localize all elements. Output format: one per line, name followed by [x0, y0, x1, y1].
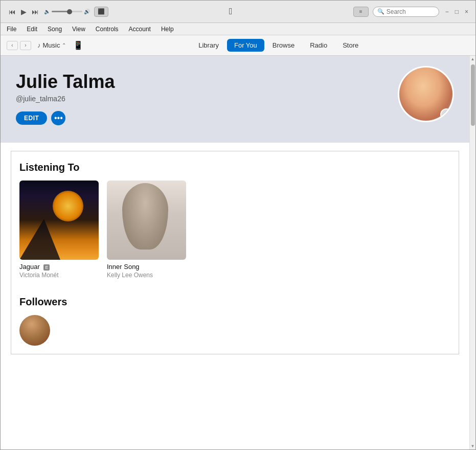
apple-icon:  [229, 6, 233, 17]
menu-file[interactable]: File [5, 25, 18, 34]
fastforward-button[interactable]: ⏭ [31, 7, 40, 17]
profile-header: Julie Talma @julie_talma26 EDIT ••• 🔒 [1, 56, 469, 143]
menu-controls[interactable]: Controls [94, 25, 121, 34]
album-artist-jaguar: Victoria Monét [19, 272, 99, 279]
album-cover-jaguar [19, 181, 99, 260]
source-chevron-icon: ⌃ [62, 42, 66, 48]
volume-slider[interactable]: 🔈 🔊 [44, 9, 90, 14]
volume-high-icon: 🔊 [84, 9, 90, 14]
nav-source: ♪ Music ⌃ [37, 41, 66, 49]
menubar: File Edit Song View Controls Account Hel… [1, 23, 475, 35]
search-input[interactable] [387, 8, 435, 15]
album-artist-inner-song: Kelly Lee Owens [107, 272, 186, 279]
followers-section: Followers [19, 294, 450, 346]
nav-tabs: Library For You Browse Radio Store [87, 39, 469, 52]
album-item-jaguar[interactable]: Jaguar E Victoria Monét [19, 181, 99, 279]
menu-song[interactable]: Song [46, 25, 64, 34]
back-button[interactable]: ‹ [7, 41, 18, 50]
titlebar: ⏮ ▶ ⏭ 🔈 🔊 ⬛  ≡ 🔍 − [1, 1, 475, 23]
profile-name: Julie Talma [16, 71, 454, 93]
menu-edit[interactable]: Edit [25, 25, 39, 34]
titlebar-right: ≡ 🔍 − □ × [353, 7, 470, 17]
more-options-button[interactable]: ••• [51, 111, 65, 125]
play-button[interactable]: ▶ [20, 7, 28, 17]
tab-browse[interactable]: Browse [265, 39, 302, 52]
profile-avatar[interactable]: 🔒 [398, 66, 454, 122]
edit-profile-button[interactable]: EDIT [16, 111, 47, 125]
nav-arrows: ‹ › [7, 41, 31, 50]
close-button[interactable]: × [463, 7, 470, 16]
tab-radio[interactable]: Radio [303, 39, 334, 52]
navbar: ‹ › ♪ Music ⌃ 📱 Library For You Browse R… [1, 35, 475, 56]
scrollbar-thumb[interactable] [471, 64, 475, 126]
explicit-badge: E [43, 264, 50, 271]
album-title-inner-song: Inner Song [107, 263, 186, 271]
tab-library[interactable]: Library [191, 39, 226, 52]
albums-grid: Jaguar E Victoria Monét Inner Song Kelly… [19, 181, 450, 279]
menu-view[interactable]: View [70, 25, 87, 34]
window-chrome-buttons: − □ × [443, 7, 470, 16]
tab-store[interactable]: Store [335, 39, 366, 52]
apple-logo:  [112, 6, 349, 17]
maximize-button[interactable]: □ [453, 7, 461, 16]
airplay-icon: ⬛ [98, 8, 105, 15]
profile-handle: @julie_talma26 [16, 95, 454, 103]
playback-controls: ⏮ ▶ ⏭ [8, 7, 40, 17]
music-note-icon: ♪ [37, 41, 41, 49]
forward-button[interactable]: › [20, 41, 31, 50]
device-icon: 📱 [73, 40, 83, 50]
content-area: Julie Talma @julie_talma26 EDIT ••• 🔒 Li… [1, 56, 469, 449]
profile-actions: EDIT ••• [16, 111, 454, 125]
lock-badge: 🔒 [440, 108, 452, 121]
source-selector[interactable]: Music [43, 41, 60, 49]
follower-avatar[interactable] [19, 315, 50, 346]
scrollbar: ▲ ▼ [469, 56, 475, 449]
volume-thumb [67, 9, 72, 14]
app-window: ⏮ ▶ ⏭ 🔈 🔊 ⬛  ≡ 🔍 − [0, 0, 476, 450]
volume-low-icon: 🔈 [44, 9, 50, 14]
listening-to-box: Listening To Jaguar E Victoria Monét [11, 151, 459, 354]
album-item-inner-song[interactable]: Inner Song Kelly Lee Owens [107, 181, 186, 279]
main-content: Julie Talma @julie_talma26 EDIT ••• 🔒 Li… [1, 56, 475, 449]
search-icon: 🔍 [377, 8, 384, 15]
rewind-button[interactable]: ⏮ [8, 7, 17, 17]
listening-to-title: Listening To [19, 160, 450, 173]
scroll-down-arrow[interactable]: ▼ [470, 443, 475, 449]
lock-icon: 🔒 [443, 111, 450, 118]
minimize-button[interactable]: − [443, 7, 451, 16]
album-title-jaguar: Jaguar E [19, 263, 99, 271]
scroll-up-arrow[interactable]: ▲ [470, 56, 475, 62]
search-box[interactable]: 🔍 [373, 7, 439, 17]
followers-title: Followers [19, 294, 450, 308]
airplay-button[interactable]: ⬛ [94, 7, 108, 17]
queue-button[interactable]: ≡ [353, 7, 369, 17]
album-cover-inner-song [107, 181, 186, 260]
listening-to-section: Listening To Jaguar E Victoria Monét [1, 151, 469, 373]
queue-icon: ≡ [359, 9, 362, 14]
tab-for-you[interactable]: For You [227, 39, 264, 52]
menu-help[interactable]: Help [159, 25, 176, 34]
menu-account[interactable]: Account [127, 25, 153, 34]
volume-track[interactable] [52, 11, 82, 12]
